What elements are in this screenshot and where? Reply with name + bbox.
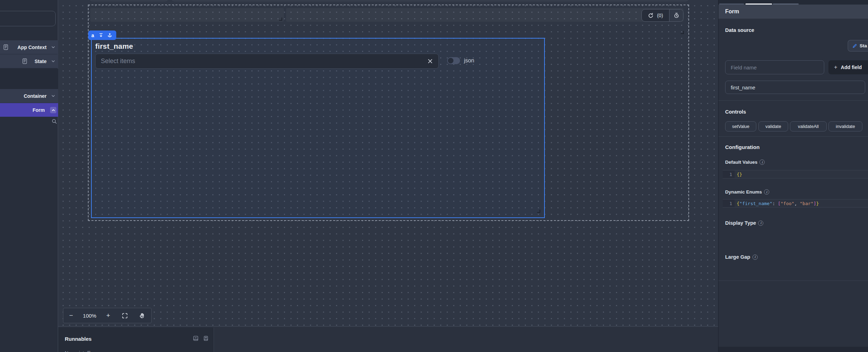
canvas-header-fragment-left	[89, 0, 169, 1]
topbar-grid-cell-right[interactable]	[286, 8, 683, 22]
control-button-invalidate[interactable]: invalidate	[828, 121, 862, 131]
timeline-button[interactable]	[669, 9, 683, 21]
sidebar-item-label: Form	[33, 107, 45, 113]
add-field-label: Add field	[841, 65, 862, 70]
section-divider	[718, 136, 868, 137]
pan-hand-icon[interactable]	[133, 312, 151, 319]
fit-to-screen-icon[interactable]	[116, 313, 133, 319]
sidebar-item-state[interactable]: State	[0, 54, 58, 68]
multiselect-input[interactable]: Select items	[95, 54, 439, 69]
field-value-input[interactable]	[725, 81, 865, 94]
info-icon[interactable]	[759, 160, 765, 165]
panel-bottom-strip	[718, 347, 868, 352]
default-values-editor[interactable]: 1 {}	[723, 170, 868, 178]
data-source-title: Data source	[725, 27, 754, 33]
line-number: 1	[723, 170, 735, 178]
dynamic-enums-editor[interactable]: 1 {"first_name": ["foo", "bar"]}	[723, 199, 868, 208]
zoom-out-button[interactable]: −	[63, 312, 79, 319]
multiselect-placeholder: Select items	[101, 57, 428, 65]
refresh-count: (0)	[657, 13, 663, 18]
sidebar-top-box[interactable]	[0, 11, 56, 26]
refresh-icon	[648, 13, 654, 19]
chevron-down-icon[interactable]	[51, 59, 55, 63]
code-content: {}	[735, 172, 742, 177]
display-type-label: Display Type	[725, 220, 763, 226]
outline-sidebar: App Context State Container For	[0, 0, 58, 352]
sidebar-item-form[interactable]: Form	[0, 103, 58, 117]
field-name-input[interactable]	[725, 60, 824, 74]
anchor-icon[interactable]	[107, 33, 112, 38]
component-id-label: a	[91, 33, 94, 38]
section-divider	[718, 280, 868, 281]
panel-title: Form	[725, 8, 739, 15]
control-button-validate[interactable]: validate	[758, 121, 788, 131]
expand-down-icon[interactable]	[99, 33, 103, 38]
json-toggle[interactable]	[447, 57, 460, 64]
resize-handle-icon[interactable]	[681, 31, 684, 34]
json-toggle-label: json	[464, 57, 474, 64]
log-book-icon	[22, 58, 27, 64]
sidebar-item-label: App Context	[18, 45, 47, 50]
canvas[interactable]: (0) a	[58, 0, 718, 327]
history-timer-icon	[673, 12, 680, 19]
large-gap-label: Large Gap	[725, 254, 758, 260]
chevron-up-icon[interactable]	[50, 107, 56, 113]
info-icon[interactable]	[764, 189, 769, 195]
dynamic-enums-label: Dynamic Enums	[725, 189, 769, 195]
chevron-down-icon[interactable]	[51, 45, 55, 49]
zoom-toolbar: − 100% +	[63, 308, 152, 323]
section-divider	[718, 100, 868, 101]
pencil-icon	[852, 43, 857, 48]
plus-icon: +	[834, 64, 837, 70]
configuration-title: Configuration	[725, 144, 759, 150]
sidebar-gap	[0, 69, 58, 89]
add-field-button[interactable]: + Add field	[828, 60, 868, 74]
sidebar-item-app-context[interactable]: App Context	[0, 40, 58, 54]
chevron-down-icon[interactable]	[51, 94, 55, 98]
runnables-list-section: Runnables No scripts/flows	[58, 327, 214, 352]
info-icon[interactable]	[758, 221, 763, 226]
code-content: {"first_name": ["foo", "bar"]}	[735, 201, 819, 206]
sidebar-item-label: State	[35, 59, 47, 64]
line-number: 1	[723, 199, 735, 207]
static-mode-button[interactable]: Sta	[848, 40, 868, 52]
app-editor: (0) a	[0, 0, 868, 352]
panel-tabs-strip	[718, 0, 868, 5]
recompute-toolbar: (0)	[641, 9, 683, 22]
panel-header: Form	[718, 5, 868, 19]
log-book-icon	[3, 44, 8, 50]
doc-list-icon[interactable]	[203, 336, 209, 341]
toggle-knob	[448, 58, 453, 63]
search-icon[interactable]	[51, 119, 57, 124]
component-badge: a	[88, 31, 116, 40]
control-button-setvalue[interactable]: setValue	[725, 121, 756, 131]
dock-panel-icon[interactable]	[193, 336, 199, 341]
default-values-label: Default Values	[725, 160, 765, 165]
sidebar-item-label: Container	[24, 93, 47, 99]
info-icon[interactable]	[752, 255, 758, 260]
field-label: first_name	[95, 42, 133, 50]
controls-title: Controls	[725, 109, 746, 115]
zoom-level: 100%	[79, 313, 100, 319]
runnables-empty-text: No scripts/flows	[65, 350, 99, 352]
refresh-button[interactable]: (0)	[642, 9, 669, 21]
control-button-validateall[interactable]: validateAll	[790, 121, 827, 131]
runnables-panel: Runnables No scripts/flows	[58, 326, 718, 352]
resize-handle-icon[interactable]	[279, 18, 282, 21]
topbar-grid-cell-left[interactable]	[90, 8, 284, 22]
static-mode-label: Sta	[860, 43, 867, 48]
runnables-title: Runnables	[65, 336, 92, 342]
sidebar-item-container[interactable]: Container	[0, 89, 58, 103]
resize-handle-icon[interactable]	[537, 210, 540, 213]
clear-selection-icon[interactable]	[428, 59, 433, 64]
canvas-header-fragment-right	[171, 0, 689, 1]
settings-panel: Form Data source Sta + Add field Control…	[718, 0, 868, 352]
zoom-in-button[interactable]: +	[100, 312, 116, 319]
